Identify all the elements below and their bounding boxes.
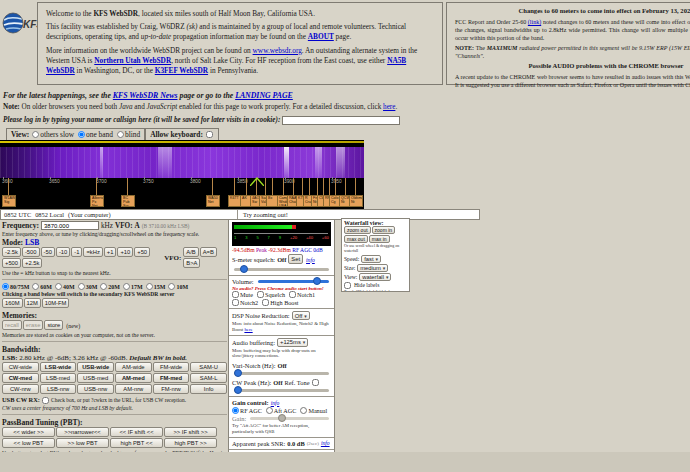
gain-option[interactable]: Manual [300,407,327,414]
secondary-band-button[interactable]: 160M [2,298,23,308]
tune-step-button[interactable]: +1 [104,247,117,257]
bandwidth-button[interactable]: AM-med [115,373,152,383]
audio-checkbox-option[interactable]: Notch1 [289,291,315,298]
view-radio[interactable] [117,131,124,138]
station-label[interactable]: WA50 Net [206,195,220,207]
band-radio[interactable] [146,283,153,290]
waterfall-spectrogram[interactable] [0,147,364,178]
gain-slider-thumb[interactable] [278,414,286,422]
view-radio[interactable] [78,131,85,138]
audio-checkbox[interactable] [257,291,264,298]
view-option[interactable]: one band [78,130,113,139]
usb-cw-checkbox[interactable] [42,397,49,404]
waterfall-max-button[interactable]: max out [344,235,368,243]
station-label[interactable]: W1AW Sig [2,195,16,207]
tune-step-button[interactable]: -2.5k [2,247,21,257]
audio-checkbox[interactable] [232,291,239,298]
vfo-button[interactable]: B>A [183,258,200,268]
memory-button[interactable]: erase [23,320,44,330]
gain-radio[interactable] [300,407,307,414]
view-radio[interactable] [32,131,39,138]
bandwidth-button[interactable]: USB-nrw [77,384,114,394]
bandwidth-button[interactable]: LSB-wide [40,362,77,372]
view-option[interactable]: blind [117,130,140,139]
frequency-scale[interactable]: 36003650370037503800385039003950 W1AW Si… [0,178,364,209]
pbt-button[interactable]: high PBT << [110,438,163,448]
ref-tone-checkbox[interactable] [312,379,319,386]
dsp-help-link[interactable]: here [244,327,252,332]
northern-utah-link[interactable]: Northern Utah WebSDR [94,56,171,65]
snr-info-link[interactable]: info [321,440,330,446]
pbt-button[interactable]: high PBT >> [164,438,217,448]
discussion-link[interactable]: here [383,103,395,111]
tune-step-button[interactable]: +500 [2,258,21,268]
waterfall-zoom-button[interactable]: zoom in [372,226,396,234]
pbt-button[interactable]: >> low PBT [56,438,109,448]
squelch-info-link[interactable]: info [306,257,315,263]
gain-option[interactable]: RF AGC [232,407,262,414]
band-radio[interactable] [168,283,175,290]
squelch-slider[interactable] [234,268,329,271]
audio-checkbox[interactable] [289,291,296,298]
waterfall-zoom-button[interactable]: zoom out [344,226,371,234]
hide-labels-checkbox[interactable] [344,282,351,289]
pbt-button[interactable]: >>narrower<< [56,427,109,437]
gain-info-link[interactable]: info [271,400,280,406]
band-option[interactable]: 17M [123,283,143,290]
band-option[interactable]: 15M [146,283,166,290]
pbt-button[interactable]: << low PBT [2,438,55,448]
band-option[interactable]: 60M [32,283,52,290]
band-radio[interactable] [123,283,130,290]
band-radio[interactable] [100,283,107,290]
band-option[interactable]: 10M [168,283,188,290]
callsign-input[interactable] [282,116,400,125]
view-option[interactable]: others slow [32,130,74,139]
bandwidth-button[interactable]: LSB-nrw [40,384,77,394]
tune-step-button[interactable]: +50 [134,247,150,257]
size-select[interactable]: medium▾ [357,264,388,272]
bandwidth-button[interactable]: LSB-med [40,373,77,383]
bandwidth-button[interactable]: CW-med [2,373,39,383]
speed-select[interactable]: fast▾ [361,255,381,263]
tune-step-button[interactable]: +10 [117,247,133,257]
allow-keyboard-checkbox[interactable] [206,131,213,138]
vari-notch-slider[interactable] [234,372,329,375]
tune-step-button[interactable]: -500 [22,247,40,257]
vfo-button[interactable]: A=B [200,247,217,257]
bandwidth-button[interactable]: FM-med [153,373,190,383]
bandwidth-button[interactable]: SAM-U [190,362,227,372]
bandwidth-button[interactable]: CW-nrw [2,384,39,394]
bandwidth-button[interactable]: FM-wide [153,362,190,372]
bandwidth-button[interactable]: SAM-L [190,373,227,383]
k3fef-link[interactable]: K3FEF WebSDR [155,66,208,75]
bandwidth-button[interactable]: Info [190,384,227,394]
waterfall-max-button[interactable]: max in [369,235,390,243]
wf-view-select[interactable]: waterfall▾ [359,273,391,281]
bandwidth-button[interactable]: USB-wide [77,362,114,372]
websdr-org-link[interactable]: www.websdr.org [253,46,302,55]
about-link[interactable]: ABOUT [308,32,334,41]
station-label[interactable]: Oldtime Nt [349,195,363,207]
squelch-slider-thumb[interactable] [240,265,248,273]
gain-slider[interactable] [250,417,329,420]
squelch-set-button[interactable]: Set [288,254,303,264]
vari-notch-thumb[interactable] [234,369,242,377]
pbt-button[interactable]: << wider >> [2,427,55,437]
audio-checkbox-option[interactable]: Mute [232,291,253,298]
bandwidth-button[interactable]: FM-nrw [153,384,190,394]
audio-checkbox-option[interactable]: Notch2 [232,299,258,306]
bandwidth-button[interactable]: AM-wide [115,362,152,372]
gain-radio[interactable] [266,407,273,414]
tune-step-button[interactable]: -50 [41,247,55,257]
gain-option[interactable]: Aft AGC [266,407,297,414]
news-link[interactable]: KFS WebSDR News [113,91,178,100]
bandwidth-button[interactable]: USB-med [77,373,114,383]
frequency-input[interactable] [41,221,99,230]
tune-step-button[interactable]: -1 [71,247,82,257]
audio-checkbox[interactable] [262,299,269,306]
memory-button[interactable]: store [44,320,63,330]
band-option[interactable]: 20M [100,283,120,290]
vfo-button[interactable]: A/B [183,247,198,257]
landing-page-link[interactable]: LANDING PAGE [235,91,293,100]
band-radio[interactable] [55,283,62,290]
